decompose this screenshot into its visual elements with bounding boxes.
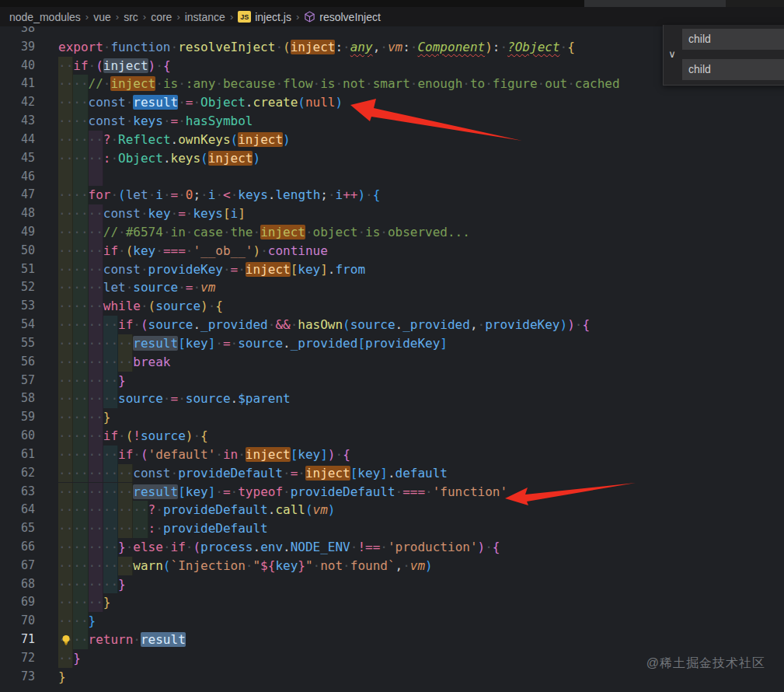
code-line[interactable]: ····const·result·=·Object.create(null): [58, 93, 784, 112]
line-number[interactable]: 73: [0, 668, 35, 687]
code-token: ·: [148, 187, 156, 202]
line-number[interactable]: 57: [0, 372, 35, 390]
breadcrumb-item-symbol[interactable]: resolveInject: [302, 11, 382, 23]
line-number[interactable]: 61: [0, 446, 35, 464]
code-token: ·: [291, 317, 298, 332]
code-line[interactable]: ······}: [58, 593, 784, 612]
line-number[interactable]: 68: [0, 575, 35, 594]
code-token: ·: [178, 280, 186, 295]
line-number[interactable]: 67: [0, 557, 35, 575]
code-line[interactable]: ······}: [58, 408, 784, 427]
line-number[interactable]: 69: [0, 593, 35, 612]
code-line[interactable]: ········}·else·if·(process.env.NODE_ENV·…: [58, 538, 784, 557]
line-number[interactable]: 64: [0, 501, 35, 519]
line-number[interactable]: 46: [0, 168, 35, 187]
code-line[interactable]: [58, 168, 784, 187]
code-line[interactable]: ······:·Object.keys(inject): [58, 149, 784, 168]
code-token: ${: [260, 558, 275, 573]
code-token: `Injection: [171, 558, 246, 573]
line-number[interactable]: 66: [0, 538, 35, 557]
lightbulb-quickfix-icon[interactable]: [60, 634, 72, 646]
breadcrumb-item-instance[interactable]: instance: [183, 11, 227, 23]
line-number[interactable]: 51: [0, 260, 35, 279]
code-line[interactable]: ····}: [58, 612, 784, 631]
code-line[interactable]: ··········const·provideDefault·=·inject[…: [58, 464, 784, 483]
line-number[interactable]: 70: [0, 612, 35, 631]
code-line[interactable]: ······if·(key·===·'__ob__')·continue: [58, 242, 784, 260]
code-token: create: [253, 95, 298, 110]
line-number[interactable]: 50: [0, 242, 35, 260]
find-input[interactable]: child: [682, 29, 784, 50]
line-number[interactable]: 52: [0, 278, 35, 297]
line-number[interactable]: 62: [0, 464, 35, 483]
code-line[interactable]: ········if·(source._provided·&&·hasOwn(s…: [58, 316, 784, 334]
line-number[interactable]: 59: [0, 408, 35, 427]
code-token: _provided: [291, 336, 358, 351]
breadcrumb-item-core[interactable]: core: [149, 11, 173, 23]
line-number[interactable]: 47: [0, 186, 35, 204]
line-number[interactable]: 60: [0, 427, 35, 446]
code-token: Reflect: [118, 132, 170, 147]
code-line[interactable]: ········}: [58, 372, 784, 390]
line-number[interactable]: 71: [0, 631, 35, 649]
code-token: hasOwn: [298, 317, 343, 332]
breadcrumb-separator: ›: [85, 11, 89, 23]
code-token: ·: [365, 76, 373, 91]
code-line[interactable]: ··········result[key]·=·source._provided…: [58, 334, 784, 353]
breadcrumb-item-vue[interactable]: vue: [92, 11, 113, 23]
line-number[interactable]: 54: [0, 316, 35, 334]
code-token: ·: [215, 447, 223, 462]
code-line[interactable]: ······while·(source)·{: [58, 297, 784, 316]
line-number[interactable]: 53: [0, 297, 35, 316]
code-line[interactable]: ····const·keys·=·hasSymbol: [58, 112, 784, 131]
code-token: inject: [238, 132, 283, 147]
line-number[interactable]: 56: [0, 353, 35, 372]
line-number[interactable]: 72: [0, 649, 35, 668]
code-line[interactable]: ······?·Reflect.ownKeys(inject): [58, 131, 784, 149]
code-line[interactable]: ········if·('default'·in·inject[key])·{: [58, 446, 784, 464]
code-line[interactable]: ········source·=·source.$parent: [58, 390, 784, 408]
line-number[interactable]: 41: [0, 75, 35, 93]
line-number[interactable]: 58: [0, 390, 35, 408]
code-token: provideKey: [485, 317, 559, 332]
line-number[interactable]: 40: [0, 57, 35, 75]
code-token: key: [148, 206, 171, 221]
code-line[interactable]: ······const·key·=·keys[i]: [58, 204, 784, 223]
replace-input[interactable]: child: [682, 59, 784, 80]
line-number[interactable]: 65: [0, 519, 35, 538]
code-line[interactable]: ······let·source·=·vm: [58, 278, 784, 297]
code-token: the: [231, 225, 253, 239]
line-number[interactable]: 49: [0, 223, 35, 242]
line-number[interactable]: 43: [0, 112, 35, 131]
line-number[interactable]: 42: [0, 93, 35, 112]
code-line[interactable]: ······//·#6574·in·case·the·inject·object…: [58, 223, 784, 242]
breadcrumb-item-node_modules[interactable]: node_modules: [8, 11, 82, 23]
code-line[interactable]: ··········result[key]·=·typeof·provideDe…: [58, 483, 784, 502]
code-token: ): [485, 40, 493, 54]
line-number[interactable]: 45: [0, 149, 35, 168]
code-token: not: [320, 558, 343, 573]
code-token: i: [336, 187, 343, 202]
line-number[interactable]: 39: [0, 38, 35, 57]
editor-row: 54········if·(source._provided·&&·hasOwn…: [0, 316, 784, 334]
code-line[interactable]: ····return·result: [58, 631, 784, 649]
code-token: .: [395, 317, 403, 332]
code-line[interactable]: ······if·(!source)·{: [58, 427, 784, 446]
breadcrumb-item-file[interactable]: JSinject.js: [236, 11, 293, 23]
code-line[interactable]: ····for·(let·i·=·0;·i·<·keys.length;·i++…: [58, 186, 784, 204]
code-token: ··········: [58, 336, 133, 351]
code-line[interactable]: ··········break: [58, 353, 784, 372]
toggle-replace-chevron-icon[interactable]: ∨: [665, 47, 679, 62]
line-number[interactable]: 44: [0, 131, 35, 149]
line-number[interactable]: 55: [0, 334, 35, 353]
code-line[interactable]: ············:·provideDefault: [58, 519, 784, 538]
breadcrumb-item-src[interactable]: src: [122, 11, 140, 23]
line-number[interactable]: 48: [0, 204, 35, 223]
code-token: _provided: [402, 317, 470, 332]
code-line[interactable]: ············?·provideDefault.call(vm): [58, 501, 784, 519]
line-number[interactable]: 63: [0, 483, 35, 502]
code-line[interactable]: ········}: [58, 575, 784, 594]
code-token: [: [178, 336, 186, 351]
code-line[interactable]: ··········warn(`Injection·"${key}"·not·f…: [58, 557, 784, 575]
code-line[interactable]: ······const·provideKey·=·inject[key].fro…: [58, 260, 784, 279]
